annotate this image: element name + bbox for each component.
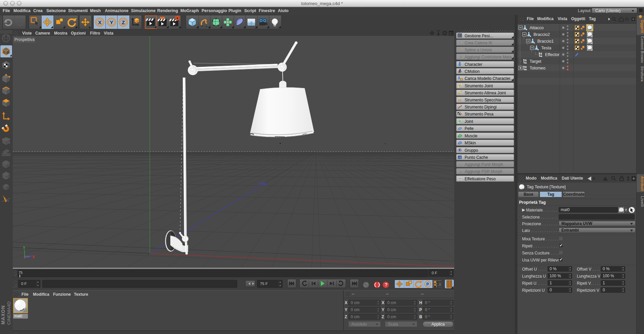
svg-text:X: X <box>32 255 35 259</box>
svg-text:Y: Y <box>23 246 26 250</box>
svg-text:Testa: Testa <box>541 46 551 50</box>
svg-text:Tolomeo: Tolomeo <box>530 66 546 70</box>
svg-text:X: X <box>98 19 101 25</box>
svg-text:Target: Target <box>530 59 542 64</box>
svg-text:Effector: Effector <box>545 52 560 57</box>
svg-text:Braccio1: Braccio1 <box>538 39 554 44</box>
svg-text:Y: Y <box>110 19 113 25</box>
svg-text:Z: Z <box>122 19 125 25</box>
svg-text:Braccio2: Braccio2 <box>533 32 550 37</box>
svg-text:P: P <box>426 282 429 287</box>
svg-text:Attacco: Attacco <box>530 26 544 30</box>
